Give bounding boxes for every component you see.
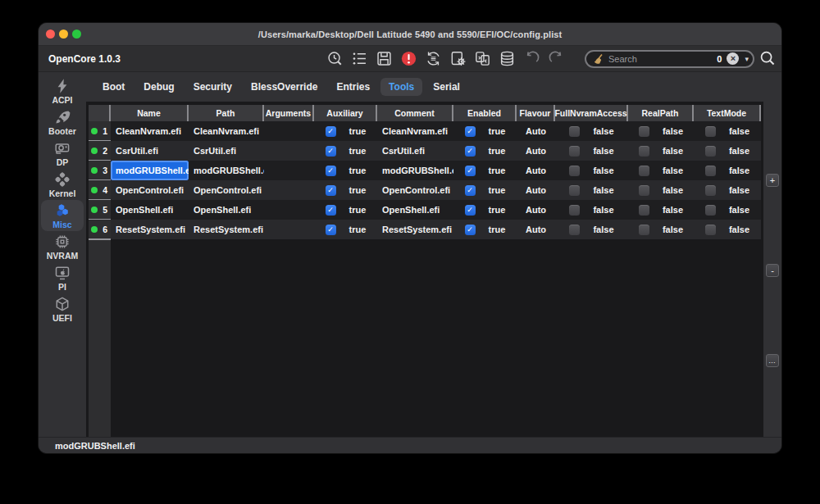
cell-textmode[interactable]: false (694, 200, 761, 220)
textmode-checkbox[interactable] (705, 205, 716, 216)
cell-enabled[interactable]: true (453, 161, 517, 180)
document-gear-icon[interactable] (449, 50, 467, 68)
minimize-button[interactable] (59, 30, 68, 39)
cell-auxiliary[interactable]: true (314, 180, 377, 200)
cell-realpath[interactable]: false (628, 220, 694, 239)
sidebar-item-acpi[interactable]: ACPI (41, 75, 84, 107)
cell-name-selected[interactable]: modGRUBShell.efi (111, 161, 189, 180)
sidebar-item-pi[interactable]: PI (41, 262, 84, 293)
column-header-comment[interactable]: Comment (377, 105, 453, 121)
fullnvramaccess-checkbox[interactable] (569, 146, 580, 157)
sidebar-item-uefi[interactable]: UEFI (41, 293, 84, 325)
realpath-checkbox[interactable] (639, 225, 649, 235)
tab-tools[interactable]: Tools (380, 78, 422, 96)
textmode-checkbox[interactable] (705, 146, 716, 157)
cell-comment[interactable]: ResetSystem.efi (377, 220, 453, 239)
clear-search-icon[interactable]: × (727, 52, 739, 65)
cell-fullnvramaccess[interactable]: false (555, 200, 628, 220)
alert-icon[interactable] (399, 50, 417, 68)
cell-flavour[interactable]: Auto (517, 200, 555, 220)
cell-auxiliary[interactable]: true (314, 200, 377, 220)
tab-boot[interactable]: Boot (94, 78, 133, 96)
sync-list-icon[interactable] (424, 50, 442, 68)
auxiliary-checkbox[interactable] (326, 126, 336, 137)
cell-comment[interactable]: OpenControl.efi (377, 180, 453, 200)
tab-entries[interactable]: Entries (328, 78, 378, 96)
cell-realpath[interactable]: false (628, 200, 694, 220)
redo-icon[interactable] (547, 50, 565, 68)
realpath-checkbox[interactable] (639, 185, 649, 196)
remove-row-button[interactable]: - (766, 264, 779, 277)
sidebar-item-dp[interactable]: DP (41, 138, 84, 169)
cell-name[interactable]: ResetSystem.efi (111, 220, 189, 239)
swap-documents-icon[interactable] (473, 50, 491, 68)
column-header-path[interactable]: Path (189, 105, 264, 121)
more-options-button[interactable]: … (766, 354, 779, 367)
textmode-checkbox[interactable] (705, 185, 716, 196)
cell-comment[interactable]: CleanNvram.efi (377, 121, 453, 141)
enabled-checkbox[interactable] (465, 205, 476, 216)
cell-arguments[interactable] (264, 161, 314, 180)
column-header-name[interactable]: Name (111, 105, 189, 121)
cell-path[interactable]: OpenShell.efi (189, 200, 264, 220)
column-header-arguments[interactable]: Arguments (264, 105, 314, 121)
realpath-checkbox[interactable] (639, 146, 649, 157)
sidebar-item-misc[interactable]: Misc (41, 200, 84, 231)
database-icon[interactable] (498, 50, 516, 68)
cell-path[interactable]: ResetSystem.efi (189, 220, 264, 239)
tab-security[interactable]: Security (185, 78, 240, 96)
cell-fullnvramaccess[interactable]: false (555, 161, 628, 180)
column-header-flavour[interactable]: Flavour (517, 105, 555, 121)
add-row-button[interactable]: + (766, 174, 779, 187)
undo-icon[interactable] (522, 50, 540, 68)
cell-realpath[interactable]: false (628, 141, 694, 161)
enabled-checkbox[interactable] (465, 166, 476, 176)
cell-auxiliary[interactable]: true (314, 220, 377, 239)
cell-enabled[interactable]: true (453, 200, 517, 220)
cell-auxiliary[interactable]: true (314, 161, 377, 180)
cell-flavour[interactable]: Auto (517, 220, 555, 239)
column-header-enabled[interactable]: Enabled (453, 105, 517, 121)
cell-path[interactable]: CsrUtil.efi (189, 141, 264, 161)
cell-flavour[interactable]: Auto (517, 161, 555, 180)
cell-textmode[interactable]: false (694, 161, 761, 180)
cell-fullnvramaccess[interactable]: false (555, 121, 628, 141)
chevron-down-icon[interactable]: ▾ (745, 55, 749, 63)
cell-name[interactable]: OpenControl.efi (111, 180, 189, 200)
cell-flavour[interactable]: Auto (517, 141, 555, 161)
textmode-checkbox[interactable] (705, 225, 716, 235)
realpath-checkbox[interactable] (639, 205, 649, 216)
enabled-checkbox[interactable] (465, 225, 476, 235)
cell-arguments[interactable] (264, 220, 314, 239)
zoom-button[interactable] (72, 30, 81, 39)
realpath-checkbox[interactable] (639, 126, 649, 137)
fullnvramaccess-checkbox[interactable] (569, 225, 580, 235)
auxiliary-checkbox[interactable] (326, 225, 336, 235)
save-icon[interactable] (375, 50, 393, 68)
search-icon[interactable] (758, 50, 777, 68)
column-header-fullnvramaccess[interactable]: FullNvramAccess (555, 105, 628, 121)
cell-comment[interactable]: OpenShell.efi (377, 200, 453, 220)
cell-textmode[interactable]: false (694, 220, 761, 239)
cell-arguments[interactable] (264, 121, 314, 141)
tab-debug[interactable]: Debug (135, 78, 182, 96)
cell-name[interactable]: CleanNvram.efi (111, 121, 189, 141)
sidebar-item-booter[interactable]: Booter (41, 107, 84, 138)
cell-name[interactable]: CsrUtil.efi (111, 141, 189, 161)
fullnvramaccess-checkbox[interactable] (569, 166, 580, 176)
cell-name[interactable]: OpenShell.efi (111, 200, 189, 220)
close-button[interactable] (46, 30, 55, 39)
cell-enabled[interactable]: true (453, 180, 517, 200)
cell-flavour[interactable]: Auto (517, 121, 555, 141)
auxiliary-checkbox[interactable] (326, 185, 336, 196)
textmode-checkbox[interactable] (705, 126, 716, 137)
column-header-realpath[interactable]: RealPath (628, 105, 694, 121)
cell-textmode[interactable]: false (694, 180, 761, 200)
search-input[interactable]: Search 0 × ▾ (585, 50, 754, 68)
cell-auxiliary[interactable]: true (314, 141, 377, 161)
sidebar-item-kernel[interactable]: Kernel (41, 169, 84, 200)
cell-arguments[interactable] (264, 200, 314, 220)
cell-fullnvramaccess[interactable]: false (555, 180, 628, 200)
cell-realpath[interactable]: false (628, 180, 694, 200)
realpath-checkbox[interactable] (639, 166, 649, 176)
